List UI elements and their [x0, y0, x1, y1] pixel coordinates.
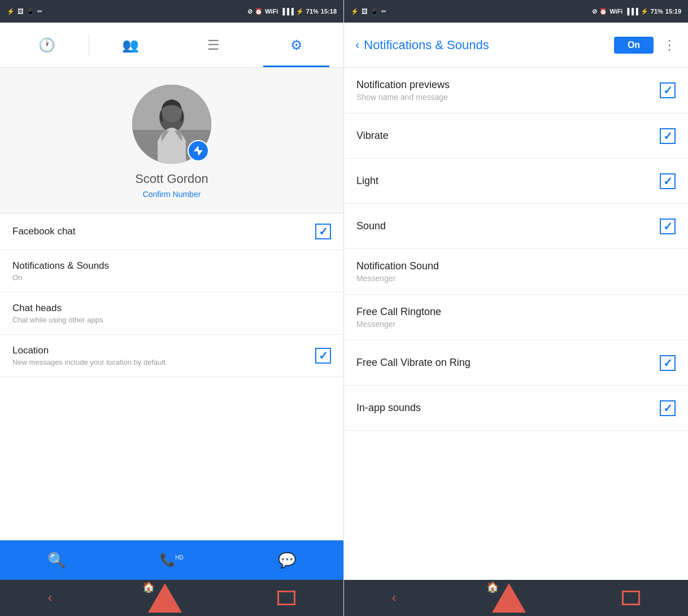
notifications-header: ‹ Notifications & Sounds On ⋮	[344, 23, 688, 68]
tab-clock[interactable]: 🕐	[6, 23, 89, 67]
profile-section: Scott Gordon Confirm Number	[0, 68, 343, 213]
status-bar-right: ⚡ 🖼 📱 ✏ ⊘ ⏰ WiFi ▐▐▐ ⚡ 71% 15:19	[344, 0, 688, 23]
location-checkbox[interactable]	[315, 348, 331, 364]
notif-item-notification-sound[interactable]: Notification Sound Messenger	[344, 249, 688, 295]
image-icon-r: 🖼	[362, 8, 368, 15]
tab-settings[interactable]: ⚙	[255, 23, 338, 67]
notifications-toggle[interactable]: On	[614, 37, 654, 54]
wifi-r: WiFi	[609, 8, 622, 15]
free-call-vibrate-title: Free Call Vibrate on Ring	[356, 357, 471, 369]
light-checkbox[interactable]	[660, 173, 676, 189]
notifications-title-header: Notifications & Sounds	[364, 38, 614, 53]
vibrate-title: Vibrate	[356, 130, 389, 142]
notif-item-free-call-vibrate[interactable]: Free Call Vibrate on Ring	[344, 340, 688, 386]
notif-item-sound[interactable]: Sound	[344, 204, 688, 249]
bottom-nav-left: 🔍 📞HD 💬	[0, 540, 343, 580]
messenger-badge	[188, 140, 209, 161]
clock-icon: 🕐	[38, 37, 55, 53]
messenger-bolt-icon	[193, 145, 204, 156]
free-call-ringtone-text: Free Call Ringtone Messenger	[356, 306, 441, 329]
notif-item-vibrate[interactable]: Vibrate	[344, 113, 688, 159]
free-call-vibrate-checkbox[interactable]	[660, 355, 676, 371]
time-left: 15:18	[321, 8, 337, 15]
profile-name: Scott Gordon	[135, 172, 208, 186]
previews-text: Notification previews Show name and mess…	[356, 79, 450, 102]
battery-percent-r: 71%	[651, 8, 663, 15]
gear-icon: ⚙	[290, 37, 303, 53]
notif-item-previews[interactable]: Notification previews Show name and mess…	[344, 68, 688, 113]
notifications-text: Notifications & Sounds On	[12, 260, 109, 282]
previews-checkbox[interactable]	[660, 82, 676, 98]
notif-item-light[interactable]: Light	[344, 159, 688, 204]
confirm-number-link[interactable]: Confirm Number	[143, 190, 201, 199]
facebook-chat-text: Facebook chat	[12, 226, 76, 237]
edit-icon: ✏	[37, 8, 42, 15]
battery-icon: ⚡	[296, 8, 304, 15]
left-panel: ⚡ 🖼 📱 ✏ ⊘ ⏰ WiFi ▐▐▐ ⚡ 71% 15:18 🕐 👥 ☰ ⚙	[0, 0, 344, 616]
usb-icon: ⚡	[7, 8, 15, 15]
recents-button-left[interactable]	[277, 591, 295, 605]
home-button-right[interactable]: 🏠	[492, 583, 526, 613]
search-button[interactable]: 🔍	[47, 552, 66, 569]
back-button-right[interactable]: ‹	[392, 591, 396, 605]
settings-item-notifications[interactable]: Notifications & Sounds On	[0, 250, 343, 292]
home-button-left[interactable]: 🏠	[148, 583, 182, 613]
status-icons-right-left: ⚡ 🖼 📱 ✏	[351, 8, 386, 15]
sound-text: Sound	[356, 220, 386, 232]
settings-item-location[interactable]: Location New messages include your locat…	[0, 335, 343, 377]
chat-heads-title: Chat heads	[12, 303, 103, 314]
clock-r: ⏰	[599, 8, 607, 15]
notif-back-button[interactable]: ‹	[355, 38, 359, 53]
edit-icon-r: ✏	[381, 8, 386, 15]
signal-r: ▐▐▐	[625, 8, 638, 15]
sound-title: Sound	[356, 220, 386, 232]
previews-sub: Show name and message	[356, 93, 450, 102]
free-call-ringtone-sub: Messenger	[356, 320, 441, 329]
image-icon: 🖼	[18, 8, 24, 15]
vibrate-checkbox[interactable]	[660, 128, 676, 144]
location-text: Location New messages include your locat…	[12, 345, 166, 366]
in-app-sounds-checkbox[interactable]	[660, 400, 676, 416]
people-icon: 👥	[122, 37, 139, 53]
settings-item-chat-heads[interactable]: Chat heads Chat while using other apps	[0, 292, 343, 335]
notifications-sub: On	[12, 273, 109, 282]
settings-item-facebook-chat[interactable]: Facebook chat	[0, 213, 343, 250]
status-icons-right: ⊘ ⏰ WiFi ▐▐▐ ⚡ 71% 15:18	[247, 8, 337, 15]
facebook-chat-checkbox[interactable]	[315, 224, 331, 239]
more-options-button[interactable]: ⋮	[663, 37, 677, 53]
location-sub: New messages include your location by de…	[12, 358, 166, 366]
chat-button[interactable]: 💬	[278, 552, 296, 569]
notification-sound-title: Notification Sound	[356, 260, 439, 272]
free-call-vibrate-text: Free Call Vibrate on Ring	[356, 357, 471, 369]
notif-item-in-app-sounds[interactable]: In-app sounds	[344, 386, 688, 431]
notif-item-free-call-ringtone[interactable]: Free Call Ringtone Messenger	[344, 295, 688, 340]
notification-sound-text: Notification Sound Messenger	[356, 260, 439, 283]
facebook-chat-title: Facebook chat	[12, 226, 76, 237]
back-button-left[interactable]: ‹	[48, 591, 52, 605]
chat-heads-text: Chat heads Chat while using other apps	[12, 303, 103, 324]
vibrate-text: Vibrate	[356, 130, 389, 142]
status-bar-left: ⚡ 🖼 📱 ✏ ⊘ ⏰ WiFi ▐▐▐ ⚡ 71% 15:18	[0, 0, 343, 23]
tab-bar-left: 🕐 👥 ☰ ⚙	[0, 23, 343, 68]
time-right: 15:19	[665, 8, 681, 15]
wifi-icon: WiFi	[265, 8, 278, 15]
notifications-list: Notification previews Show name and mess…	[344, 68, 688, 580]
phone-icon: 📱	[27, 8, 34, 15]
battery-percent: 71%	[306, 8, 319, 15]
list-icon: ☰	[207, 37, 220, 53]
phone-icon-r: 📱	[371, 8, 378, 15]
avatar-wrapper	[132, 85, 211, 164]
status-icons-right-right: ⊘ ⏰ WiFi ▐▐▐ ⚡ 71% 15:19	[592, 8, 681, 15]
recents-button-right[interactable]	[622, 591, 640, 605]
no-icon-r: ⊘	[592, 8, 597, 15]
signal-icon: ▐▐▐	[280, 8, 293, 15]
free-call-ringtone-title: Free Call Ringtone	[356, 306, 441, 318]
no-icon: ⊘	[247, 8, 252, 15]
call-hd-button[interactable]: 📞HD	[160, 553, 183, 567]
tab-people[interactable]: 👥	[89, 23, 172, 67]
usb-icon-r: ⚡	[351, 8, 359, 15]
light-text: Light	[356, 175, 378, 187]
sound-checkbox[interactable]	[660, 219, 676, 234]
right-panel: ⚡ 🖼 📱 ✏ ⊘ ⏰ WiFi ▐▐▐ ⚡ 71% 15:19 ‹ Notif…	[344, 0, 688, 616]
tab-list[interactable]: ☰	[172, 23, 255, 67]
